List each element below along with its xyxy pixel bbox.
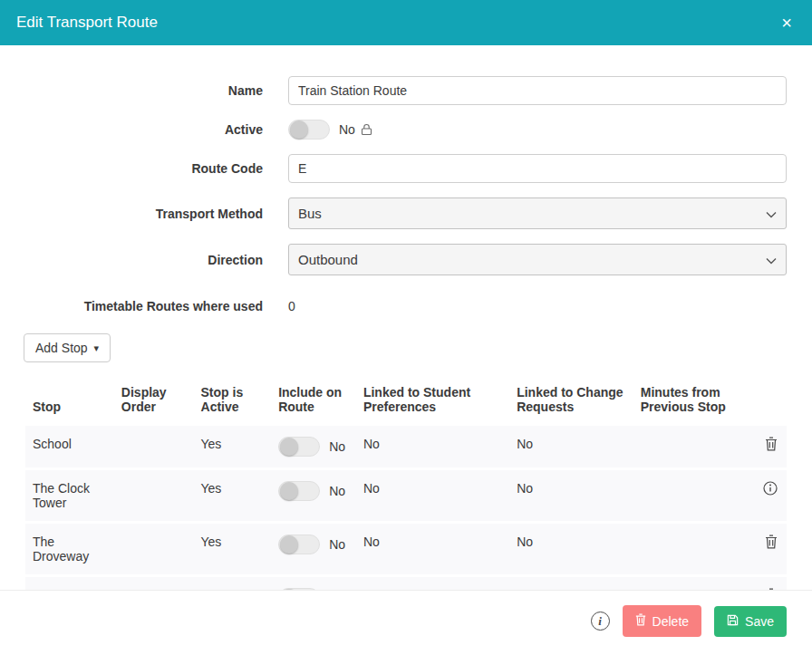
col-header-actions (740, 378, 787, 423)
add-stop-label: Add Stop (35, 341, 88, 355)
modal-header: Edit Transport Route × (0, 0, 812, 45)
chevron-down-icon (766, 252, 777, 267)
linked-student: No (356, 426, 509, 467)
trash-icon[interactable] (765, 437, 778, 451)
linked-change: No (509, 524, 633, 574)
stop-is-active: Yes (194, 577, 272, 590)
stops-table: Stop Display Order Stop is Active Includ… (25, 375, 787, 590)
form-row-direction: Direction Outbound (25, 244, 787, 275)
toggle-knob (280, 438, 298, 456)
active-label: Active (25, 122, 263, 137)
route-code-input[interactable] (288, 154, 787, 183)
timetable-routes-label: Timetable Routes where used (25, 299, 263, 313)
include-toggle-state: No (329, 537, 345, 552)
save-button[interactable]: Save (714, 606, 787, 637)
linked-change: No (509, 426, 633, 467)
col-header-include-on-route: Include on Route (271, 378, 356, 423)
minutes (633, 470, 740, 521)
info-icon[interactable] (763, 481, 778, 496)
linked-student: No (356, 470, 509, 521)
col-header-display-order: Display Order (114, 378, 194, 423)
stop-is-active: Yes (194, 426, 272, 467)
close-icon[interactable]: × (778, 10, 796, 35)
include-toggle-state: No (329, 439, 345, 454)
table-row: The Droveway Yes No No No (25, 524, 787, 574)
include-on-route-toggle[interactable] (278, 481, 320, 501)
display-order (114, 470, 194, 521)
form-row-active: Active No (25, 120, 787, 140)
col-header-linked-change: Linked to Change Requests (509, 378, 633, 423)
active-toggle-state: No (339, 122, 355, 137)
table-row: School Yes No No No (25, 426, 787, 467)
form-row-name: Name (25, 76, 787, 105)
name-label: Name (25, 83, 263, 98)
stop-is-active: Yes (194, 470, 272, 521)
form-row-route-code: Route Code (25, 154, 787, 183)
transport-method-value: Bus (298, 206, 322, 221)
table-row: The Clock Tower Yes No No No (25, 470, 787, 521)
linked-change: No (509, 577, 633, 590)
delete-button-label: Delete (652, 614, 689, 629)
form-row-transport-method: Transport Method Bus (25, 197, 787, 229)
save-icon (727, 614, 739, 629)
route-code-label: Route Code (25, 161, 263, 176)
col-header-stop: Stop (25, 378, 114, 423)
stop-name: The Station (25, 577, 114, 590)
display-order (114, 426, 194, 467)
toggle-knob (280, 535, 298, 554)
minutes (633, 577, 740, 590)
delete-button[interactable]: Delete (623, 605, 701, 637)
toggle-knob (280, 589, 298, 590)
save-button-label: Save (745, 614, 774, 629)
display-order (114, 577, 194, 590)
trash-icon[interactable] (765, 535, 778, 549)
toggle-knob (290, 120, 308, 139)
linked-change: No (509, 470, 633, 521)
active-toggle[interactable] (288, 120, 330, 140)
stop-is-active: Yes (194, 524, 272, 574)
include-on-route-toggle[interactable] (278, 535, 320, 554)
stop-name: The Clock Tower (25, 470, 114, 521)
modal-footer: i Delete Save (0, 590, 812, 655)
transport-method-label: Transport Method (25, 207, 263, 221)
toggle-knob (280, 482, 298, 500)
stop-name: School (25, 426, 114, 467)
name-input[interactable] (288, 76, 787, 105)
lock-icon (361, 123, 372, 136)
col-header-linked-student: Linked to Student Preferences (356, 378, 509, 423)
linked-student: No (356, 524, 509, 574)
direction-select[interactable]: Outbound (288, 244, 787, 275)
modal-title: Edit Transport Route (16, 14, 158, 32)
modal-body: Name Active No Route Code (0, 45, 812, 590)
include-on-route-toggle[interactable] (278, 588, 320, 590)
include-on-route-toggle[interactable] (278, 437, 320, 457)
col-header-stop-is-active: Stop is Active (194, 378, 272, 423)
caret-down-icon: ▾ (94, 343, 100, 353)
form-row-timetable-routes: Timetable Routes where used 0 (25, 299, 787, 313)
trash-icon (635, 613, 646, 629)
minutes (633, 524, 740, 574)
col-header-minutes: Minutes from Previous Stop (633, 378, 740, 423)
direction-value: Outbound (298, 252, 358, 267)
direction-label: Direction (25, 253, 263, 267)
linked-student: No (356, 577, 509, 590)
edit-transport-route-modal: Edit Transport Route × Name Active No (0, 0, 812, 655)
table-row: The Station Yes No No No (25, 577, 787, 590)
include-toggle-state: No (329, 484, 345, 498)
add-stop-button[interactable]: Add Stop ▾ (24, 333, 111, 362)
transport-method-select[interactable]: Bus (288, 197, 787, 229)
timetable-routes-value: 0 (288, 299, 295, 313)
display-order (114, 524, 194, 574)
stop-name: The Droveway (25, 524, 114, 574)
chevron-down-icon (766, 206, 777, 221)
minutes (633, 426, 740, 467)
table-header-row: Stop Display Order Stop is Active Includ… (25, 378, 787, 423)
info-icon[interactable]: i (591, 612, 610, 631)
